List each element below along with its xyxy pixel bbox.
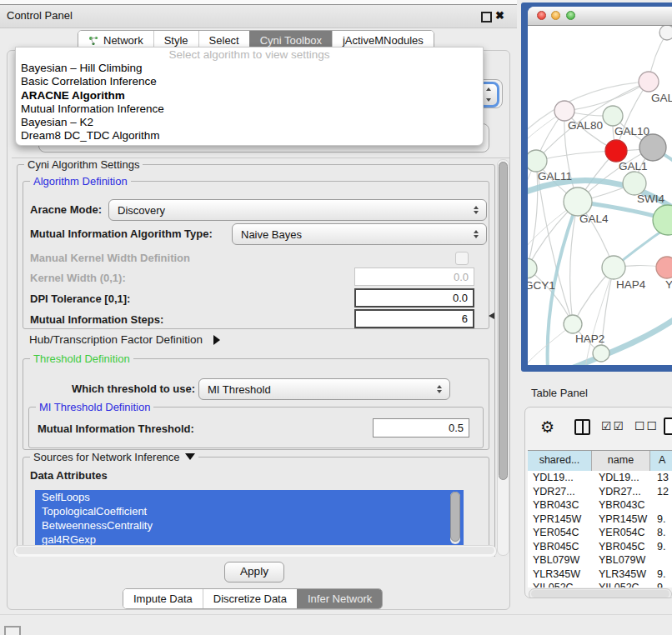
threshold-definition-group: Threshold Definition Which threshold to … — [23, 358, 489, 450]
mi-type-value: Naive Bayes — [241, 228, 302, 241]
float-icon[interactable] — [481, 12, 492, 22]
table-row[interactable]: YDR27...YDR27...12 — [528, 485, 672, 499]
settings-vscrollbar-thumb[interactable] — [499, 162, 508, 480]
tab-discretize-data[interactable]: Discretize Data — [203, 589, 297, 608]
mi-steps-value: 6 — [462, 312, 468, 325]
bottom-divider — [0, 614, 672, 615]
table-row[interactable]: YPR145WYPR145W9. — [528, 512, 672, 527]
table-cell: YBR043C — [592, 498, 650, 512]
attributes-scrollbar-thumb[interactable] — [450, 492, 460, 542]
data-attribute-item[interactable]: TopologicalCoefficient — [35, 504, 464, 518]
tab-jactivemnodules-label: jActiveMNodules — [343, 34, 424, 47]
table-cell: YIL052C — [528, 581, 592, 588]
svg-text:GAL: GAL — [651, 92, 672, 104]
hub-definition-row[interactable]: Hub/Transcription Factor Definition — [29, 332, 220, 347]
collapse-arrow-icon[interactable] — [185, 453, 195, 460]
algorithm-dropdown[interactable]: Select algorithm to view settings Bayesi… — [15, 47, 484, 146]
data-attribute-item[interactable]: SelfLoops — [35, 490, 464, 504]
mi-steps-field[interactable]: 6 — [354, 309, 474, 328]
algorithm-dropdown-list: Bayesian – Hill ClimbingBasic Correlatio… — [16, 62, 483, 143]
svg-text:GAL4: GAL4 — [579, 212, 609, 225]
aracne-mode-value: Discovery — [118, 204, 165, 217]
aracne-mode-combo[interactable]: Discovery — [108, 199, 487, 221]
sources-group: Sources for Network Inference Data Attri… — [23, 457, 489, 557]
table-row[interactable]: YBR043CYBR043C — [528, 498, 672, 512]
algorithm-dropdown-item[interactable]: Dream8 DC_TDC Algorithm — [16, 129, 483, 142]
control-panel-titlebar: Control Panel ✖ — [0, 4, 517, 28]
document-icon[interactable] — [664, 418, 672, 435]
data-attributes-label: Data Attributes — [30, 469, 108, 482]
manual-kernel-checkbox[interactable] — [455, 252, 469, 265]
table-cell: YLR345W — [528, 568, 592, 582]
network-icon — [88, 36, 98, 46]
algorithm-dropdown-item[interactable]: ARACNE Algorithm — [16, 89, 483, 102]
table-row[interactable]: YLR345WYLR345W9. — [528, 568, 672, 582]
minimize-button[interactable] — [551, 11, 560, 20]
table-cell: YBR045C — [528, 540, 592, 554]
tab-impute-data[interactable]: Impute Data — [123, 589, 203, 608]
mi-threshold-group-title: MI Threshold Definition — [36, 401, 153, 413]
unchecked-boxes-icon[interactable]: ☐☐ — [634, 419, 659, 432]
mouse-cursor — [489, 312, 494, 319]
svg-text:Y: Y — [665, 278, 672, 291]
dpi-tolerance-field[interactable]: 0.0 — [354, 288, 474, 308]
mi-steps-label: Mutual Information Steps: — [30, 313, 163, 326]
table-cell: YBL079W — [592, 553, 650, 568]
tab-style-label: Style — [164, 34, 188, 47]
network-window-titlebar[interactable] — [528, 7, 672, 26]
table-header: shared... name A — [528, 450, 672, 472]
table-row[interactable]: YDL19...YDL19...13 — [528, 471, 672, 485]
column-header-name[interactable]: name — [592, 451, 650, 472]
data-attribute-item[interactable]: BetweennessCentrality — [35, 518, 464, 532]
svg-text:GAL11: GAL11 — [538, 170, 572, 182]
apply-button[interactable]: Apply — [224, 562, 284, 582]
table-row[interactable]: YBR045CYBR045C9. — [528, 540, 672, 554]
column-header-third[interactable]: A — [650, 451, 672, 472]
zoom-button[interactable] — [566, 11, 575, 20]
algorithm-dropdown-item[interactable]: Bayesian – K2 — [16, 116, 483, 129]
network-canvas[interactable]: GALGAL80GAL10GAL1GAL11SWI4GAL4GCY1HAP4YH… — [528, 26, 672, 365]
algorithm-definition-title: Algorithm Definition — [30, 175, 131, 188]
table-cell: YBR045C — [592, 540, 650, 554]
expand-arrow-icon[interactable] — [213, 335, 220, 345]
screen: Control Panel ✖ Network Style Select Cyn… — [0, 0, 672, 635]
table-row[interactable]: YIL052CYIL052C9 — [528, 581, 672, 588]
algorithm-definition-group: Algorithm Definition Aracne Mode: Discov… — [23, 181, 489, 329]
column-header-shared[interactable]: shared... — [528, 451, 592, 472]
algorithm-dropdown-item[interactable]: Basic Correlation Inference — [16, 75, 483, 88]
table-cell: 9. — [650, 512, 672, 527]
tab-network-label: Network — [103, 34, 143, 47]
dpi-tolerance-label: DPI Tolerance [0,1]: — [30, 292, 130, 305]
algorithm-dropdown-item[interactable]: Mutual Information Inference — [16, 102, 483, 116]
settings-scroll-panel: Cyni Algorithm Settings Algorithm Defini… — [12, 158, 509, 557]
mi-type-combo[interactable]: Naive Bayes — [232, 223, 487, 245]
table-row[interactable]: YBL079WYBL079W — [528, 553, 672, 568]
which-threshold-label: Which threshold to use: — [72, 382, 195, 395]
table-cell: 8. — [650, 526, 672, 540]
data-attributes-list[interactable]: SelfLoopsTopologicalCoefficientBetweenne… — [35, 490, 464, 547]
network-window: GALGAL80GAL10GAL1GAL11SWI4GAL4GCY1HAP4YH… — [528, 7, 672, 365]
mi-type-label: Mutual Information Algorithm Type: — [30, 228, 213, 240]
checked-boxes-icon[interactable]: ☑☑ — [601, 419, 625, 432]
svg-text:HAP2: HAP2 — [575, 332, 604, 345]
table-hscrollbar-thumb[interactable] — [531, 590, 669, 598]
table-row[interactable]: YER054CYER054C8. — [528, 526, 672, 540]
svg-text:GAL1: GAL1 — [619, 160, 648, 172]
close-button[interactable] — [537, 11, 546, 20]
close-icon[interactable]: ✖ — [495, 9, 504, 22]
resize-grip[interactable] — [4, 626, 21, 635]
algorithm-dropdown-item[interactable]: Bayesian – Hill Climbing — [16, 62, 483, 75]
kernel-width-value: 0.0 — [454, 271, 469, 283]
tab-impute-data-label: Impute Data — [133, 592, 193, 605]
tab-select-label: Select — [209, 34, 239, 47]
table-cell: YBR043C — [528, 498, 592, 512]
kernel-width-field[interactable]: 0.0 — [354, 268, 474, 286]
settings-hscrollbar-thumb[interactable] — [16, 547, 494, 554]
split-columns-icon[interactable] — [574, 419, 590, 435]
settings-vscrollbar — [497, 159, 509, 556]
which-threshold-combo[interactable]: MI Threshold — [198, 378, 450, 400]
mi-threshold-field[interactable]: 0.5 — [373, 418, 469, 438]
gear-icon[interactable]: ⚙ — [540, 419, 554, 435]
tab-infer-network[interactable]: Infer Network — [297, 589, 382, 608]
table-cell: 9 — [650, 581, 672, 588]
